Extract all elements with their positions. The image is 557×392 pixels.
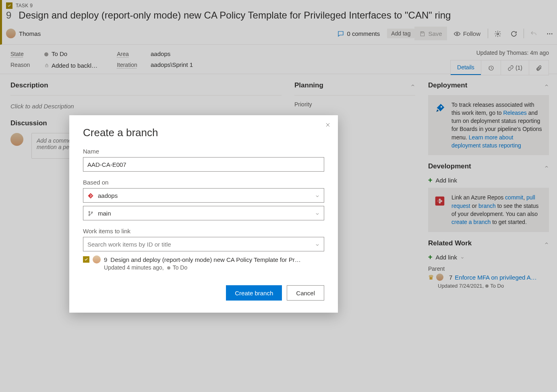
create-branch-dialog: Create a branch Name Based on aadops mai… xyxy=(69,115,338,313)
state-dot-icon xyxy=(167,266,170,270)
base-branch-select[interactable]: main xyxy=(83,206,324,220)
linked-title: Design and deploy (report-only mode) new… xyxy=(110,256,300,263)
search-placeholder: Search work items by ID or title xyxy=(87,241,171,248)
cancel-button[interactable]: Cancel xyxy=(287,285,324,301)
linked-meta: Updated 4 minutes ago,To Do xyxy=(104,264,324,271)
linked-avatar xyxy=(93,255,101,263)
svg-point-16 xyxy=(89,212,90,213)
svg-point-17 xyxy=(89,215,90,216)
svg-point-18 xyxy=(91,212,93,213)
linked-id: 9 xyxy=(104,256,107,263)
based-on-label: Based on xyxy=(83,179,324,186)
branch-name-input[interactable] xyxy=(83,157,324,172)
linked-work-item[interactable]: 9 Design and deploy (report-only mode) n… xyxy=(83,255,324,263)
name-field-label: Name xyxy=(83,148,324,155)
chevron-down-icon xyxy=(315,192,320,199)
repo-icon xyxy=(87,192,94,199)
repo-value: aadops xyxy=(98,192,118,199)
base-branch-value: main xyxy=(98,210,111,217)
task-badge-icon xyxy=(83,256,89,263)
close-icon xyxy=(325,121,331,128)
work-items-label: Work items to link xyxy=(83,228,324,234)
work-item-search[interactable]: Search work items by ID or title xyxy=(83,237,324,251)
dialog-close-button[interactable] xyxy=(325,121,331,128)
dialog-title: Create a branch xyxy=(83,127,324,139)
chevron-down-icon xyxy=(315,241,320,248)
repo-select[interactable]: aadops xyxy=(83,188,324,203)
branch-icon xyxy=(87,209,94,217)
create-branch-button[interactable]: Create branch xyxy=(226,285,282,301)
chevron-down-icon xyxy=(315,210,320,217)
